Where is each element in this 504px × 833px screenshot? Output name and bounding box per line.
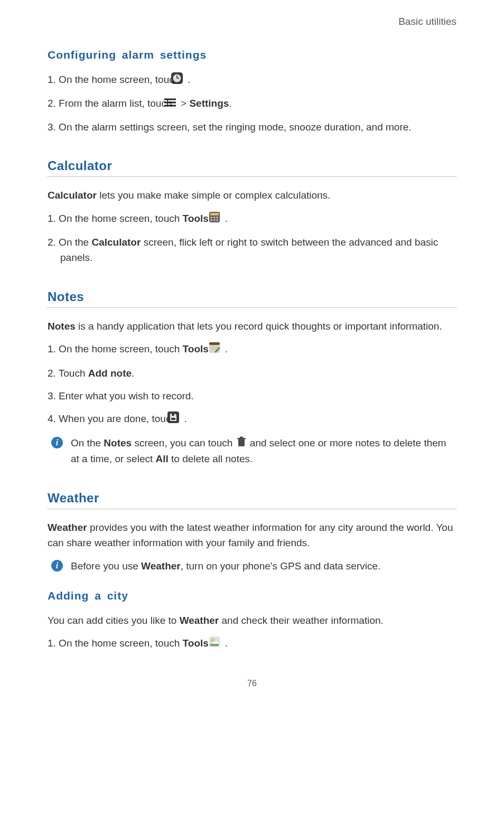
svg-rect-14 (209, 342, 220, 345)
notes-step-4: 4. When you are done, touch . (48, 411, 456, 427)
step-text: . (188, 74, 190, 85)
notes-info-note: i On the Notes screen, you can touch and… (48, 435, 456, 467)
tools-label: Tools (183, 343, 209, 354)
step-text: 2. Touch (48, 368, 88, 379)
svg-rect-10 (210, 219, 212, 221)
add-note-label: Add note (88, 368, 132, 379)
trash-icon (237, 436, 246, 451)
notes-step-3: 3. Enter what you wish to record. (48, 388, 456, 404)
weather-bold2: Weather (141, 560, 181, 572)
svg-rect-6 (210, 213, 219, 216)
svg-rect-30 (210, 644, 219, 646)
weather-intro-rest: provides you with the latest weather inf… (48, 522, 453, 548)
page-header: Basic utilities (48, 16, 456, 27)
weather-heading: Weather (48, 491, 456, 509)
alarm-step-2: 2. From the alarm list, touch > Settings… (48, 96, 456, 112)
svg-rect-8 (213, 217, 216, 219)
alarm-step-1: 1. On the home screen, touch . (48, 72, 456, 88)
tools-label: Tools (183, 213, 209, 224)
all-label: All (156, 453, 169, 464)
calculator-bold2: Calculator (91, 237, 141, 248)
calculator-step-2: 2. On the Calculator screen, flick left … (48, 235, 456, 266)
info-text: On the (71, 437, 104, 448)
alarm-step-3: 3. On the alarm settings screen, set the… (48, 119, 456, 135)
notes-step-2: 2. Touch Add note. (48, 366, 456, 381)
notes-intro-rest: is a handy application that lets you rec… (76, 321, 442, 332)
intro-text: You can add cities you like to (48, 615, 180, 626)
step-text: . (225, 638, 228, 649)
info-icon: i (51, 436, 63, 453)
calculator-bold: Calculator (48, 190, 97, 201)
step-text: 2. On the (48, 237, 91, 248)
step-text: 2. From the alarm list, touch (48, 98, 175, 109)
info-text: to delete all notes. (169, 453, 253, 464)
step-text: . (184, 413, 187, 424)
alarm-heading: Configuring alarm settings (48, 49, 456, 61)
svg-rect-18 (172, 414, 174, 416)
step-text: 1. On the home screen, touch (48, 343, 183, 354)
adding-city-intro: You can add cities you like to Weather a… (48, 613, 456, 628)
settings-label: Settings (189, 98, 229, 109)
adding-city-heading: Adding a city (48, 589, 456, 602)
step-text: . (225, 213, 228, 224)
svg-rect-12 (216, 219, 218, 221)
step-text: . (225, 343, 228, 354)
step-text: . (132, 368, 134, 379)
svg-rect-22 (238, 439, 245, 446)
page-number: 76 (48, 679, 456, 688)
svg-rect-24 (240, 436, 243, 438)
weather-bold3: Weather (180, 615, 219, 626)
svg-rect-19 (171, 418, 175, 420)
step-text: 1. On the home screen, touch (48, 638, 183, 649)
svg-rect-11 (213, 219, 216, 221)
notes-bold2: Notes (104, 437, 132, 448)
svg-text:i: i (56, 438, 59, 447)
notes-heading: Notes (48, 289, 456, 308)
notes-intro: Notes is a handy application that lets y… (48, 319, 456, 334)
notes-step-1: 1. On the home screen, touch Tools > . (48, 341, 456, 358)
weather-info-note: i Before you use Weather, turn on your p… (48, 558, 456, 574)
svg-text:i: i (56, 561, 59, 570)
step-text: 1. On the home screen, touch (48, 74, 183, 85)
info-icon: i (51, 559, 63, 576)
info-text: screen, you can touch (132, 437, 235, 448)
step-gt: > (181, 98, 189, 109)
intro-text: and check their weather information. (219, 615, 384, 626)
step-text: 4. When you are done, touch (48, 413, 179, 424)
svg-rect-9 (216, 217, 218, 219)
weather-step-1: 1. On the home screen, touch Tools > . (48, 635, 456, 652)
info-text: , turn on your phone's GPS and data serv… (181, 560, 381, 572)
weather-intro: Weather provides you with the latest wea… (48, 520, 456, 551)
calculator-step-1: 1. On the home screen, touch Tools > . (48, 211, 456, 227)
step-text: 1. On the home screen, touch (48, 213, 183, 224)
weather-bold: Weather (48, 522, 87, 533)
calculator-heading: Calculator (48, 158, 456, 177)
step-text: . (229, 98, 231, 109)
calculator-intro: Calculator lets you make make simple or … (48, 188, 456, 203)
notes-bold: Notes (48, 321, 76, 332)
svg-rect-7 (210, 217, 212, 219)
calculator-intro-rest: lets you make make simple or complex cal… (97, 190, 330, 201)
menu-icon (176, 96, 177, 111)
info-text: Before you use (71, 560, 141, 572)
tools-label: Tools (183, 638, 209, 649)
